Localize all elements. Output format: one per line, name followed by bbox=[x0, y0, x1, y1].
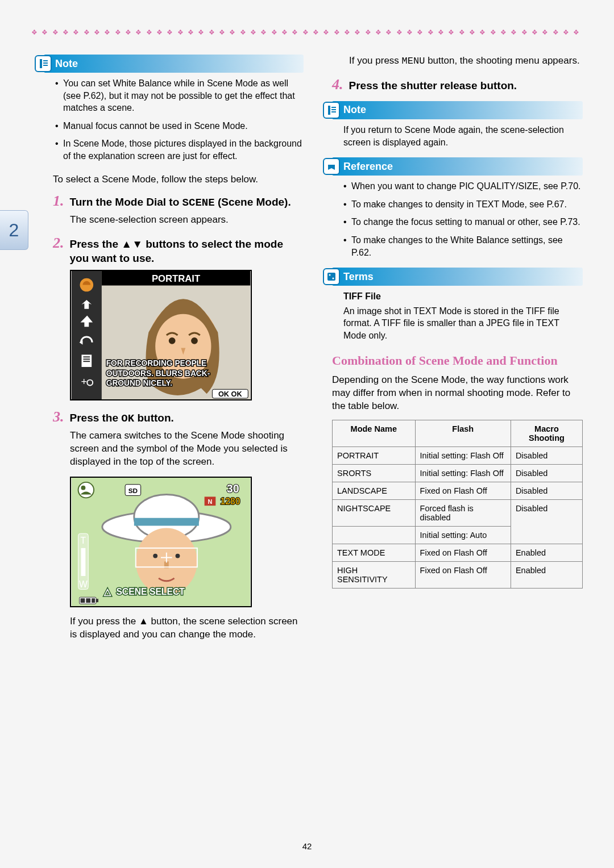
svg-text:FOR RECORDING PEOPLE: FOR RECORDING PEOPLE bbox=[106, 359, 206, 368]
svg-rect-9 bbox=[83, 359, 90, 360]
step-title-text: (Scene Mode). bbox=[215, 196, 291, 208]
svg-point-26 bbox=[81, 486, 85, 490]
terms-callout: Terms TIFF File An image shot in TEXT Mo… bbox=[332, 268, 583, 341]
svg-rect-45 bbox=[81, 548, 85, 576]
step-2: 2. Press the ▲▼ buttons to select the mo… bbox=[53, 235, 304, 400]
lead-text: To select a Scene Mode, follow the steps… bbox=[53, 173, 304, 186]
step-number: 4. bbox=[332, 76, 343, 93]
scene-function-table: Mode Name Flash Macro Shooting PORTRAITI… bbox=[332, 420, 583, 589]
svg-point-18 bbox=[191, 337, 198, 344]
step-title-mono: SCENE bbox=[182, 197, 215, 209]
note-body: If you return to Scene Mode again, the s… bbox=[332, 124, 583, 148]
terms-body: An image shot in TEXT Mode is stored in … bbox=[343, 305, 583, 342]
reference-icon bbox=[323, 158, 340, 175]
svg-rect-57 bbox=[331, 111, 336, 112]
svg-text:SCENE SELECT: SCENE SELECT bbox=[116, 587, 185, 596]
svg-text:OUTDOORS. BLURS BACK-: OUTDOORS. BLURS BACK- bbox=[106, 369, 210, 378]
section-body: Depending on the Scene Mode, the way fun… bbox=[332, 374, 583, 413]
terms-label: Terms bbox=[343, 271, 374, 283]
svg-point-60 bbox=[333, 278, 334, 279]
step-title-text: Turn the Mode Dial to bbox=[70, 196, 182, 208]
svg-text:OK OK: OK OK bbox=[218, 390, 243, 398]
reference-item: To make changes to density in TEXT Mode,… bbox=[343, 198, 583, 211]
terms-subtitle: TIFF File bbox=[343, 290, 583, 303]
terms-icon bbox=[323, 268, 340, 285]
note-callout: Note If you return to Scene Mode again, … bbox=[332, 101, 583, 148]
step-body: The camera switches to the Scene Mode sh… bbox=[70, 429, 304, 469]
table-header: Mode Name bbox=[333, 420, 416, 446]
table-row: SRORTSInitial setting: Flash OffDisabled bbox=[333, 464, 583, 482]
note-callout: Note You can set White Balance while in … bbox=[44, 55, 304, 162]
table-row: PORTRAITInitial setting: Flash OffDisabl… bbox=[333, 446, 583, 464]
svg-rect-54 bbox=[328, 106, 330, 115]
step-title-text: button. bbox=[134, 412, 174, 424]
step-title-text: Press the ▲▼ buttons to select the mode … bbox=[70, 237, 304, 265]
note-item: Manual focus cannot be used in Scene Mod… bbox=[55, 120, 304, 132]
note-icon bbox=[323, 102, 340, 119]
svg-text:W: W bbox=[79, 579, 88, 589]
step-4: 4. Press the shutter release button. bbox=[332, 76, 583, 93]
step-number: 1. bbox=[53, 193, 64, 210]
note-icon bbox=[35, 55, 52, 72]
step-body: The scene-selection screen appears. bbox=[70, 214, 304, 227]
svg-text:GROUND NICELY.: GROUND NICELY. bbox=[106, 379, 172, 388]
step-title-text: Press the shutter release button. bbox=[349, 79, 517, 93]
svg-rect-51 bbox=[81, 598, 85, 603]
svg-point-25 bbox=[78, 482, 94, 498]
note-item: In Scene Mode, those pictures displayed … bbox=[55, 137, 304, 162]
scene-select-illustration: + PORTRAIT FOR RECORDING PEOPLE OUTDOORS… bbox=[70, 270, 252, 400]
svg-rect-56 bbox=[331, 109, 336, 110]
note-item: You can set White Balance while in Scene… bbox=[55, 77, 304, 114]
table-row: HIGH SENSITIVITYFixed on Flash OffEnable… bbox=[333, 561, 583, 588]
svg-point-59 bbox=[329, 274, 331, 276]
svg-rect-8 bbox=[83, 357, 90, 358]
step-1: 1. Turn the Mode Dial to SCENE (Scene Mo… bbox=[53, 193, 304, 227]
svg-text:△: △ bbox=[103, 587, 111, 596]
svg-rect-50 bbox=[96, 599, 98, 602]
svg-rect-52 bbox=[86, 598, 90, 603]
page-number: 42 bbox=[0, 841, 614, 851]
table-row: NIGHTSCAPEForced flash is disabledDisabl… bbox=[333, 499, 583, 526]
svg-point-38 bbox=[176, 553, 180, 558]
svg-point-17 bbox=[169, 337, 176, 344]
table-row: LANDSCAPEFixed on Flash OffDisabled bbox=[333, 482, 583, 499]
note-label: Note bbox=[343, 104, 366, 116]
svg-rect-2 bbox=[43, 62, 48, 64]
step-number: 3. bbox=[53, 408, 64, 425]
section-title: Combination of Scene Mode and Function bbox=[332, 353, 583, 369]
decor-diamonds: ❖ ❖ ❖ ❖ ❖ ❖ ❖ ❖ ❖ ❖ ❖ ❖ ❖ ❖ ❖ ❖ ❖ ❖ ❖ ❖ … bbox=[31, 28, 583, 36]
svg-rect-58 bbox=[327, 273, 335, 281]
table-row: TEXT MODEFixed on Flash OffEnabled bbox=[333, 544, 583, 561]
svg-text:PORTRAIT: PORTRAIT bbox=[152, 273, 201, 284]
svg-rect-55 bbox=[331, 107, 336, 108]
step-after-text: If you press MENU button, the shooting m… bbox=[349, 55, 583, 68]
svg-rect-35 bbox=[134, 518, 199, 526]
note-label: Note bbox=[55, 58, 78, 70]
step-title-text: Press the bbox=[70, 412, 122, 424]
svg-rect-1 bbox=[43, 60, 48, 61]
reference-item: To change the focus setting to manual or… bbox=[343, 216, 583, 228]
svg-rect-3 bbox=[43, 65, 48, 66]
step-number: 2. bbox=[53, 235, 64, 252]
table-header: Macro Shooting bbox=[511, 420, 582, 446]
svg-text:1280: 1280 bbox=[221, 496, 240, 506]
table-header: Flash bbox=[415, 420, 511, 446]
shooting-screen-illustration: SD 30 N 1280 T W △ bbox=[70, 477, 252, 607]
svg-text:+: + bbox=[81, 377, 86, 388]
left-column: Note You can set White Balance while in … bbox=[31, 55, 304, 649]
step-title-mono: OK bbox=[121, 412, 134, 425]
reference-callout: Reference When you want to change PIC QU… bbox=[332, 157, 583, 258]
svg-text:T: T bbox=[81, 536, 86, 545]
step-after-text: If you press the ▲ button, the scene sel… bbox=[70, 615, 304, 641]
reference-item: To make changes to the White Balance set… bbox=[343, 234, 583, 258]
right-column: If you press MENU button, the shooting m… bbox=[332, 55, 583, 649]
reference-label: Reference bbox=[343, 161, 393, 173]
chapter-tab: 2 bbox=[0, 210, 28, 250]
svg-text:N: N bbox=[208, 498, 213, 505]
step-3: 3. Press the OK button. The camera switc… bbox=[53, 408, 304, 641]
reference-item: When you want to change PIC QUALITY/SIZE… bbox=[343, 180, 583, 193]
svg-rect-0 bbox=[40, 59, 42, 68]
svg-text:SD: SD bbox=[128, 486, 138, 494]
svg-point-37 bbox=[153, 553, 157, 558]
svg-text:30: 30 bbox=[227, 482, 239, 494]
